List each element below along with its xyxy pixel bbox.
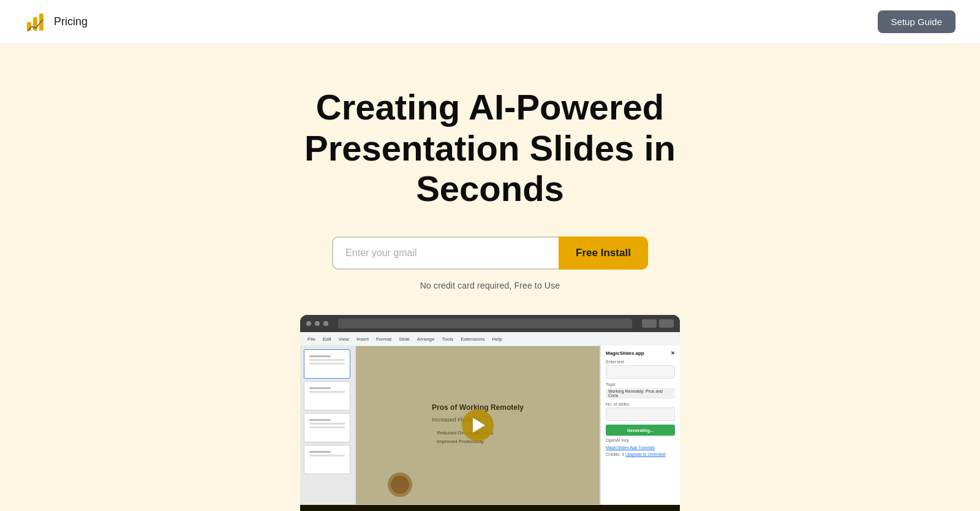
app-toolbar: File Edit View Insert Format Slide Arran… bbox=[300, 332, 680, 346]
cta-row: Free Install bbox=[332, 237, 648, 270]
toolbar-file: File bbox=[305, 336, 318, 342]
magic-topic-label: Topic bbox=[606, 382, 675, 387]
toolbar-extensions: Extensions bbox=[458, 336, 487, 342]
magic-slides-label: No. of slides bbox=[606, 402, 675, 406]
magic-credits-text: Credits: 3 bbox=[606, 452, 624, 456]
magic-slides-input[interactable] bbox=[606, 407, 675, 421]
magic-tutorials-link[interactable]: MagicSlides App Tutorials bbox=[606, 445, 675, 450]
browser-more-btn bbox=[659, 319, 674, 328]
magic-enter-text-label: Enter text bbox=[606, 360, 675, 364]
video-mockup: File Edit View Insert Format Slide Arran… bbox=[300, 315, 680, 511]
magic-panel-header: MagicSlides.app ✕ bbox=[606, 350, 675, 356]
hero-title: Creating AI-Powered Presentation Slides … bbox=[251, 87, 729, 210]
play-icon bbox=[473, 418, 485, 433]
navbar-left: Pricing bbox=[24, 11, 88, 33]
browser-actions bbox=[642, 319, 674, 328]
navbar: Pricing Setup Guide bbox=[0, 0, 980, 44]
browser-dot-red bbox=[306, 321, 311, 326]
browser-chrome bbox=[300, 315, 680, 332]
slide-main: Pros of Working Remotely Increased Flexi… bbox=[355, 346, 600, 505]
magic-topic-value: Working Remotely: Pros and Cons bbox=[606, 388, 675, 399]
browser-dot-yellow bbox=[315, 321, 320, 326]
setup-guide-button[interactable]: Setup Guide bbox=[878, 10, 956, 33]
hero-section: Creating AI-Powered Presentation Slides … bbox=[0, 44, 980, 511]
slides-panel bbox=[300, 346, 355, 505]
magic-credits: Credits: 3 Upgrade to Unlimited bbox=[606, 452, 675, 456]
slide-thumb-1 bbox=[304, 349, 350, 379]
slide-thumb-2 bbox=[304, 381, 350, 411]
magic-generating-button[interactable]: Generating... bbox=[606, 425, 675, 436]
svg-rect-1 bbox=[33, 17, 37, 31]
toolbar-arrange: Arrange bbox=[415, 336, 437, 342]
video-controls: 0:28 bbox=[300, 505, 680, 511]
toolbar-view: View bbox=[336, 336, 352, 342]
toolbar-slide: Slide bbox=[396, 336, 412, 342]
toolbar-format: Format bbox=[374, 336, 394, 342]
magic-generating-text: Generating... bbox=[627, 428, 654, 433]
play-button[interactable] bbox=[462, 409, 494, 441]
toolbar-help: Help bbox=[489, 336, 504, 342]
toolbar-insert: Insert bbox=[354, 336, 371, 342]
magic-enter-text-input[interactable] bbox=[606, 365, 675, 379]
browser-url-bar bbox=[338, 319, 632, 328]
slide-thumb-4 bbox=[304, 445, 350, 474]
magic-slides-panel: MagicSlides.app ✕ Enter text Topic Worki… bbox=[600, 346, 680, 505]
logo-icon bbox=[24, 11, 47, 33]
magic-openai-label: OpenAI Key bbox=[606, 438, 675, 442]
browser-dot-green bbox=[323, 321, 328, 326]
slide-thumb-3 bbox=[304, 413, 350, 442]
free-install-button[interactable]: Free Install bbox=[559, 237, 648, 270]
email-input[interactable] bbox=[332, 237, 559, 270]
toolbar-tools: Tools bbox=[440, 336, 456, 342]
nav-pricing-link[interactable]: Pricing bbox=[54, 15, 88, 28]
slides-content: Pros of Working Remotely Increased Flexi… bbox=[300, 346, 680, 505]
toolbar-edit: Edit bbox=[320, 336, 334, 342]
play-overlay bbox=[356, 346, 600, 504]
magic-panel-title: MagicSlides.app bbox=[606, 350, 644, 356]
magic-panel-close[interactable]: ✕ bbox=[671, 350, 675, 356]
magic-upgrade-link[interactable]: Upgrade to Unlimited bbox=[625, 452, 666, 456]
video-preview: File Edit View Insert Format Slide Arran… bbox=[300, 315, 680, 511]
browser-share-btn bbox=[642, 319, 657, 328]
no-credit-text: No credit card required, Free to Use bbox=[420, 281, 560, 290]
